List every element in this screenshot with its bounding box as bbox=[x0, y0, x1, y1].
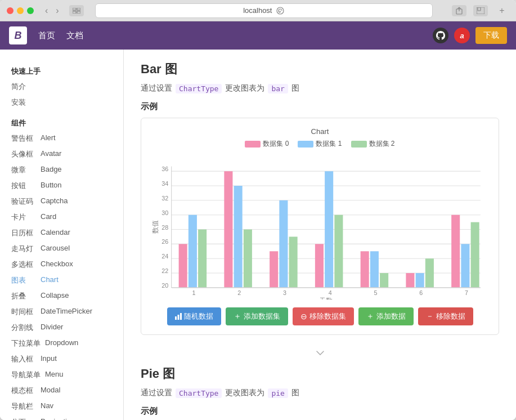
svg-text:36: 36 bbox=[161, 166, 168, 172]
bar-d1-s0 bbox=[179, 244, 187, 288]
collapse-arrow[interactable] bbox=[141, 346, 499, 360]
sidebar-section-components: 组件 bbox=[0, 115, 123, 131]
add-dataset-button[interactable]: ＋ 添加数据集 bbox=[226, 307, 288, 325]
legend-label-2: 数据集 2 bbox=[369, 139, 395, 149]
social-icon[interactable]: a bbox=[454, 28, 470, 43]
svg-text:天数: 天数 bbox=[319, 297, 333, 300]
svg-text:数值: 数值 bbox=[151, 220, 159, 234]
sidebar-item-captcha[interactable]: 验证码 Captcha bbox=[0, 194, 123, 209]
bar-chart-container: Chart 数据集 0 数据集 1 数据集 2 bbox=[141, 118, 499, 335]
bar-chart-icon bbox=[175, 313, 182, 320]
code-charttype-1: ChartType bbox=[176, 84, 222, 93]
svg-rect-2 bbox=[73, 11, 76, 14]
bar-d4-s0 bbox=[315, 244, 324, 288]
random-data-button[interactable]: 随机数据 bbox=[167, 307, 221, 325]
main-layout: 快速上手 简介 安装 组件 警告框 Alert 头像框 Avatar 微章 Ba… bbox=[0, 50, 516, 420]
remove-data-button[interactable]: － 移除数据 bbox=[418, 307, 473, 325]
bar-d5-s1 bbox=[370, 251, 379, 288]
legend-color-0 bbox=[245, 141, 261, 148]
minimize-button[interactable] bbox=[17, 7, 24, 14]
chart-action-buttons: 随机数据 ＋ 添加数据集 ⊖ 移除数据集 ＋ 添加数据 bbox=[150, 307, 490, 325]
sidebar-item-intro[interactable]: 简介 bbox=[0, 79, 123, 95]
share-button[interactable] bbox=[452, 5, 466, 16]
layout-button[interactable] bbox=[69, 5, 84, 16]
svg-text:7: 7 bbox=[465, 289, 468, 296]
minus-icon-1: ⊖ bbox=[300, 312, 307, 321]
nav-docs[interactable]: 文档 bbox=[66, 30, 83, 41]
code-pie: pie bbox=[268, 388, 288, 398]
bar-d4-s1 bbox=[325, 171, 333, 288]
maximize-button[interactable] bbox=[27, 7, 34, 14]
sidebar-item-card[interactable]: 卡片 Card bbox=[0, 209, 123, 225]
sidebar-item-install[interactable]: 安装 bbox=[0, 95, 123, 110]
remove-dataset-button[interactable]: ⊖ 移除数据集 bbox=[293, 307, 354, 325]
add-data-button[interactable]: ＋ 添加数据 bbox=[358, 307, 414, 325]
minus-icon-2: － bbox=[426, 311, 434, 321]
sidebar-item-nav[interactable]: 导航栏 Nav bbox=[0, 399, 123, 414]
bar-d4-s2 bbox=[334, 215, 343, 288]
sidebar-item-calendar[interactable]: 日历框 Calendar bbox=[0, 225, 123, 241]
add-tab-button[interactable]: + bbox=[495, 5, 509, 16]
bar-d5-s0 bbox=[361, 251, 369, 288]
close-button[interactable] bbox=[7, 7, 14, 14]
svg-text:22: 22 bbox=[161, 267, 168, 274]
sidebar-item-checkbox[interactable]: 多选框 Checkbox bbox=[0, 257, 123, 272]
titlebar: ‹ › localhost + bbox=[0, 0, 516, 21]
sidebar-item-divider[interactable]: 分割线 Divider bbox=[0, 320, 123, 336]
sidebar-item-modal[interactable]: 模态框 Modal bbox=[0, 383, 123, 399]
legend-item-2: 数据集 2 bbox=[351, 139, 395, 149]
sidebar-item-input[interactable]: 输入框 Input bbox=[0, 351, 123, 367]
legend-color-1 bbox=[298, 141, 313, 148]
bar-d2-s1 bbox=[234, 186, 243, 288]
bar-d6-s0 bbox=[406, 273, 414, 288]
github-icon[interactable] bbox=[433, 28, 448, 43]
sidebar-item-dropdown[interactable]: 下拉菜单 Dropdown bbox=[0, 336, 123, 351]
brand-logo[interactable]: B bbox=[9, 26, 27, 44]
bar-section-desc: 通过设置 ChartType 更改图表为 bar 图 bbox=[141, 83, 499, 93]
bar-d5-s2 bbox=[380, 273, 388, 288]
legend-color-2 bbox=[351, 141, 367, 148]
svg-text:20: 20 bbox=[161, 282, 168, 289]
bar-chart-legend: 数据集 0 数据集 1 数据集 2 bbox=[150, 139, 490, 149]
bar-d6-s2 bbox=[425, 258, 434, 288]
svg-text:5: 5 bbox=[374, 289, 378, 296]
bar-d6-s1 bbox=[416, 273, 424, 288]
navbar: B 首页 文档 a 下载 bbox=[0, 21, 516, 50]
svg-text:3: 3 bbox=[283, 289, 286, 296]
address-bar[interactable]: localhost bbox=[95, 3, 433, 18]
bar-d3-s2 bbox=[289, 236, 298, 287]
svg-text:24: 24 bbox=[161, 253, 168, 260]
sidebar-item-collapse[interactable]: 折叠 Collapse bbox=[0, 288, 123, 304]
pie-section-desc: 通过设置 ChartType 更改图表为 pie 图 bbox=[141, 388, 499, 398]
svg-text:32: 32 bbox=[161, 195, 168, 202]
bar-d1-s2 bbox=[198, 230, 207, 288]
svg-rect-7 bbox=[478, 7, 481, 11]
pie-section: Pie 图 通过设置 ChartType 更改图表为 pie 图 示例 bbox=[141, 365, 499, 417]
sidebar-item-badge[interactable]: 微章 Badge bbox=[0, 162, 123, 178]
sidebar-item-button[interactable]: 按钮 Button bbox=[0, 178, 123, 194]
sidebar-item-chart[interactable]: 图表 Chart bbox=[0, 272, 123, 288]
bar-d2-s0 bbox=[224, 171, 232, 288]
sidebar-item-menu[interactable]: 导航菜单 Menu bbox=[0, 367, 123, 383]
sidebar-item-avatar[interactable]: 头像框 Avatar bbox=[0, 146, 123, 162]
sidebar-item-alert[interactable]: 警告框 Alert bbox=[0, 131, 123, 146]
plus-icon-2: ＋ bbox=[366, 311, 374, 321]
new-tab-button[interactable] bbox=[473, 5, 488, 16]
sidebar-item-pagination[interactable]: 分页 Pagination bbox=[0, 414, 123, 420]
legend-label-1: 数据集 1 bbox=[316, 139, 342, 149]
download-button[interactable]: 下载 bbox=[475, 27, 507, 44]
sidebar-item-datetimepicker[interactable]: 时间框 DateTimePicker bbox=[0, 304, 123, 320]
svg-rect-39 bbox=[180, 313, 182, 320]
svg-text:26: 26 bbox=[161, 238, 168, 245]
back-button[interactable]: ‹ bbox=[43, 5, 50, 17]
bar-chart-title: Chart bbox=[150, 127, 490, 136]
svg-rect-37 bbox=[175, 316, 177, 320]
sidebar-item-carousel[interactable]: 走马灯 Carousel bbox=[0, 241, 123, 257]
nav-home[interactable]: 首页 bbox=[38, 30, 55, 41]
plus-icon-1: ＋ bbox=[234, 311, 241, 321]
code-bar: bar bbox=[268, 84, 288, 93]
forward-button[interactable]: › bbox=[53, 5, 61, 17]
bar-d3-s1 bbox=[279, 200, 288, 288]
bar-example-label: 示例 bbox=[141, 101, 499, 112]
legend-item-1: 数据集 1 bbox=[298, 139, 342, 149]
